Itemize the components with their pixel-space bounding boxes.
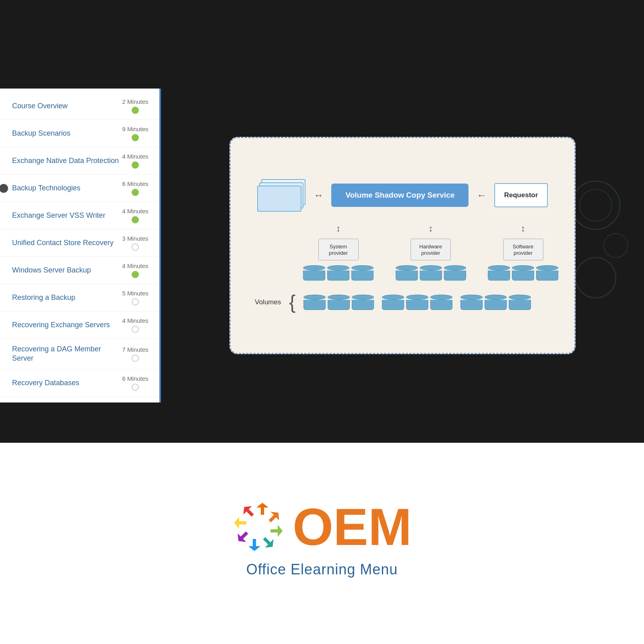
sidebar-item-meta-windows-server-backup: 4 Minutes bbox=[119, 262, 151, 278]
svg-point-1 bbox=[580, 189, 612, 221]
sidebar-item-label-recovering-exchange: Recovering Exchange Servers bbox=[12, 320, 119, 330]
status-dot-recovering-exchange bbox=[132, 326, 139, 333]
system-cylinders bbox=[303, 265, 374, 281]
sidebar-item-label-exchange-server-vss: Exchange Server VSS Writer bbox=[12, 211, 119, 220]
writers-block: Writers bbox=[257, 179, 305, 211]
vol-group-2 bbox=[382, 295, 452, 310]
sidebar-item-label-unified-contact-store: Unified Contact Store Recovery bbox=[12, 238, 119, 248]
status-dot-unified-contact-store bbox=[132, 244, 139, 251]
sidebar-item-minutes-recovering-exchange: 4 Minutes bbox=[122, 317, 148, 324]
status-dot-backup-scenarios bbox=[132, 134, 139, 141]
sidebar-item-minutes-backup-scenarios: 9 Minutes bbox=[122, 126, 148, 132]
arrow-vss-to-requestor: ← bbox=[477, 190, 486, 201]
cyl-body bbox=[512, 270, 534, 281]
arrow-to-software: ↕ bbox=[521, 223, 525, 234]
vss-diagram-container: Writers ↔ Volume Shadow Copy Service ← R… bbox=[229, 137, 576, 354]
vss-box: Volume Shadow Copy Service bbox=[331, 184, 469, 207]
sidebar-item-minutes-restoring-backup: 5 Minutes bbox=[122, 290, 148, 297]
svg-marker-6 bbox=[260, 534, 277, 551]
requestor-label: Requestor bbox=[504, 191, 538, 199]
cyl-top bbox=[512, 265, 534, 270]
software-provider-label: Software provider bbox=[513, 244, 533, 256]
sw-cyl-2 bbox=[512, 265, 534, 281]
sidebar-item-restoring-backup[interactable]: Restoring a Backup5 Minutes bbox=[0, 284, 159, 312]
hardware-provider-col: ↕ Hardware provider bbox=[396, 223, 466, 281]
volumes-brace: { bbox=[289, 293, 295, 312]
cyl-top bbox=[351, 265, 374, 270]
vol-cyl-3 bbox=[352, 295, 374, 310]
status-dot-exchange-native-data bbox=[132, 161, 139, 169]
vol-group-1 bbox=[303, 295, 374, 310]
sidebar-item-course-overview[interactable]: Course Overview2 Minutes bbox=[0, 93, 159, 120]
sidebar-item-minutes-windows-server-backup: 4 Minutes bbox=[122, 262, 148, 269]
sidebar-item-label-exchange-native-data: Exchange Native Data Protection bbox=[12, 156, 119, 165]
sys-cyl-2 bbox=[327, 265, 349, 281]
sidebar-item-recovering-dag[interactable]: Recovering a DAG Member Server7 Minutes bbox=[0, 339, 159, 369]
cyl-top bbox=[488, 265, 510, 270]
svg-marker-5 bbox=[270, 525, 283, 537]
volumes-cylinders bbox=[303, 295, 531, 310]
vol-cyl-7 bbox=[460, 295, 483, 310]
vol-cyl-9 bbox=[509, 295, 531, 310]
software-provider-box: Software provider bbox=[503, 239, 543, 260]
sidebar-item-label-backup-technologies: Backup Technologies bbox=[12, 184, 119, 193]
svg-marker-4 bbox=[266, 508, 283, 525]
sidebar-item-backup-technologies[interactable]: Backup Technologies6 Minutes bbox=[0, 175, 159, 202]
sidebar-item-meta-recovery-databases: 6 Minutes bbox=[119, 375, 151, 391]
cyl-body bbox=[536, 270, 558, 281]
diagram-top-row: Writers ↔ Volume Shadow Copy Service ← R… bbox=[247, 179, 558, 211]
cyl-body bbox=[444, 270, 466, 281]
sidebar-item-meta-restoring-backup: 5 Minutes bbox=[119, 290, 151, 305]
sidebar-item-windows-server-backup[interactable]: Windows Server Backup4 Minutes bbox=[0, 257, 159, 284]
sidebar-item-minutes-exchange-native-data: 4 Minutes bbox=[122, 153, 148, 160]
arrow-to-hardware: ↕ bbox=[429, 223, 433, 234]
bottom-black-bar bbox=[0, 402, 644, 443]
status-dot-course-overview bbox=[132, 107, 139, 114]
cyl-top bbox=[444, 265, 466, 270]
volumes-row: Volumes { bbox=[247, 293, 558, 312]
sidebar-item-label-restoring-backup: Restoring a Backup bbox=[12, 293, 119, 302]
svg-marker-8 bbox=[234, 528, 251, 545]
hw-cyl-1 bbox=[396, 265, 418, 281]
cyl-body bbox=[351, 270, 374, 281]
status-dot-windows-server-backup bbox=[132, 271, 139, 278]
hardware-cylinders bbox=[396, 265, 466, 281]
sidebar-item-utilizing-recovery[interactable]: Utilizing Recovery Databases3 Minutes bbox=[0, 397, 159, 402]
sidebar-item-backup-scenarios[interactable]: Backup Scenarios9 Minutes bbox=[0, 120, 159, 147]
sidebar-item-meta-recovering-exchange: 4 Minutes bbox=[119, 317, 151, 333]
sidebar-item-label-recovery-databases: Recovery Databases bbox=[12, 378, 119, 388]
sidebar-item-minutes-exchange-server-vss: 4 Minutes bbox=[122, 208, 148, 215]
sidebar-item-meta-exchange-native-data: 4 Minutes bbox=[119, 153, 151, 169]
svg-marker-9 bbox=[234, 517, 246, 529]
svg-point-3 bbox=[604, 233, 628, 258]
sidebar-item-recovering-exchange[interactable]: Recovering Exchange Servers4 Minutes bbox=[0, 312, 159, 339]
volumes-label: Volumes bbox=[255, 298, 281, 306]
requestor-box: Requestor bbox=[494, 183, 547, 207]
sidebar-item-meta-unified-contact-store: 3 Minutes bbox=[119, 235, 151, 251]
vol-cyl-6 bbox=[430, 295, 452, 310]
sidebar-item-exchange-native-data[interactable]: Exchange Native Data Protection4 Minutes bbox=[0, 147, 159, 175]
vol-cyl-5 bbox=[406, 295, 428, 310]
cyl-top bbox=[536, 265, 558, 270]
status-dot-exchange-server-vss bbox=[132, 216, 139, 223]
svg-marker-7 bbox=[248, 539, 260, 551]
vol-cyl-8 bbox=[485, 295, 507, 310]
sidebar-item-unified-contact-store[interactable]: Unified Contact Store Recovery3 Minutes bbox=[0, 229, 159, 257]
cyl-body bbox=[303, 270, 325, 281]
sw-cyl-3 bbox=[536, 265, 558, 281]
sidebar-item-minutes-unified-contact-store: 3 Minutes bbox=[122, 235, 148, 242]
sidebar-item-meta-backup-scenarios: 9 Minutes bbox=[119, 126, 151, 141]
svg-point-2 bbox=[576, 258, 616, 298]
oem-logo-container: OEM bbox=[232, 501, 412, 553]
providers-row: ↕ System provider bbox=[247, 223, 558, 281]
sw-cyl-1 bbox=[488, 265, 510, 281]
sys-cyl-1 bbox=[303, 265, 325, 281]
logo-area: OEM Office Elearning Menu bbox=[0, 443, 644, 636]
cyl-body bbox=[420, 270, 442, 281]
arrow-to-system: ↕ bbox=[336, 223, 341, 234]
sidebar-item-recovery-databases[interactable]: Recovery Databases6 Minutes bbox=[0, 369, 159, 397]
sidebar-item-exchange-server-vss[interactable]: Exchange Server VSS Writer4 Minutes bbox=[0, 202, 159, 229]
sidebar: Course Overview2 MinutesBackup Scenarios… bbox=[0, 89, 161, 402]
system-provider-label: System provider bbox=[329, 244, 348, 256]
cyl-body bbox=[396, 270, 418, 281]
